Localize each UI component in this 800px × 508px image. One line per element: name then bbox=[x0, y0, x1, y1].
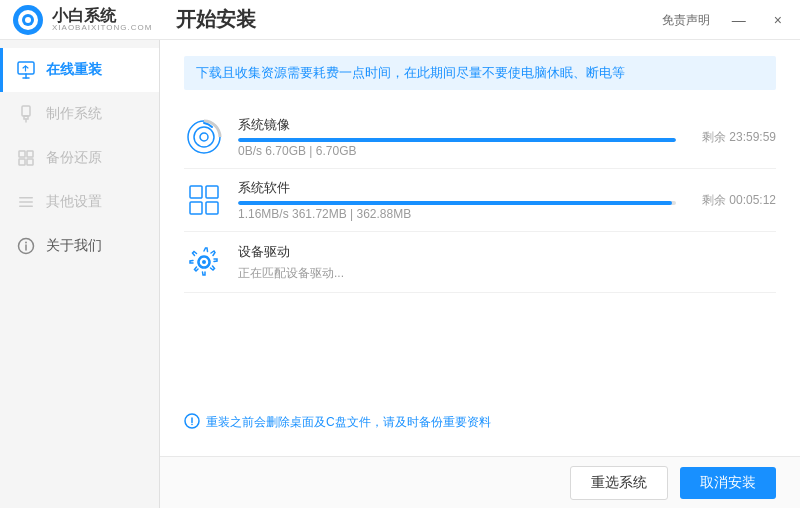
item-info-system-software: 系统软件 1.16MB/s 361.72MB | 362.88MB bbox=[238, 179, 676, 221]
close-button[interactable]: × bbox=[768, 8, 788, 32]
notice-text: 下载且收集资源需要耗费一点时间，在此期间尽量不要使电脑休眠、断电等 bbox=[196, 65, 625, 80]
warning-text: 重装之前会删除桌面及C盘文件，请及时备份重要资料 bbox=[206, 414, 491, 431]
item-name-system-software: 系统软件 bbox=[238, 179, 676, 197]
svg-rect-26 bbox=[206, 202, 218, 214]
sidebar-label-backup-restore: 备份还原 bbox=[46, 149, 102, 167]
sidebar: 在线重装 制作系统 备份还原 bbox=[0, 40, 160, 508]
disclaimer-button[interactable]: 免责声明 bbox=[662, 12, 710, 29]
svg-rect-14 bbox=[19, 197, 33, 199]
sidebar-item-about-us[interactable]: 关于我们 bbox=[0, 224, 159, 268]
logo-sub-text: XIAOBAIXITONG.COM bbox=[52, 24, 152, 32]
logo-text-block: 小白系统 XIAOBAIXITONG.COM bbox=[52, 8, 152, 32]
svg-point-22 bbox=[200, 133, 208, 141]
svg-rect-13 bbox=[27, 159, 33, 165]
sidebar-label-make-system: 制作系统 bbox=[46, 105, 102, 123]
svg-point-31 bbox=[191, 424, 193, 426]
notice-bar: 下载且收集资源需要耗费一点时间，在此期间尽量不要使电脑休眠、断电等 bbox=[184, 56, 776, 90]
info-icon bbox=[16, 236, 36, 256]
sidebar-item-other-settings: 其他设置 bbox=[0, 180, 159, 224]
logo-area: 小白系统 XIAOBAIXITONG.COM bbox=[12, 4, 152, 36]
main-layout: 在线重装 制作系统 备份还原 bbox=[0, 40, 800, 508]
bottom-bar: 重选系统 取消安装 bbox=[160, 456, 800, 508]
svg-point-28 bbox=[202, 260, 206, 264]
svg-point-21 bbox=[194, 127, 214, 147]
usb-icon bbox=[16, 104, 36, 124]
sidebar-label-other-settings: 其他设置 bbox=[46, 193, 102, 211]
sidebar-label-about-us: 关于我们 bbox=[46, 237, 102, 255]
titlebar-controls: 免责声明 — × bbox=[662, 0, 788, 40]
svg-rect-16 bbox=[19, 206, 33, 208]
sidebar-item-backup-restore: 备份还原 bbox=[0, 136, 159, 180]
grid-icon bbox=[184, 180, 224, 220]
svg-rect-24 bbox=[206, 186, 218, 198]
sidebar-item-make-system: 制作系统 bbox=[0, 92, 159, 136]
progress-row-system-image bbox=[238, 138, 676, 142]
svg-rect-15 bbox=[19, 201, 33, 203]
monitor-icon bbox=[16, 60, 36, 80]
logo-main-text: 小白系统 bbox=[52, 8, 152, 24]
svg-rect-25 bbox=[190, 202, 202, 214]
progress-bar-wrap-system-image bbox=[238, 138, 676, 142]
download-list: 系统镜像 0B/s 6.70GB | 6.70GB 剩余 23:59:59 bbox=[184, 106, 776, 405]
minimize-button[interactable]: — bbox=[726, 8, 752, 32]
content-panel: 下载且收集资源需要耗费一点时间，在此期间尽量不要使电脑休眠、断电等 bbox=[160, 40, 800, 456]
reselect-button[interactable]: 重选系统 bbox=[570, 466, 668, 500]
cancel-install-button[interactable]: 取消安装 bbox=[680, 467, 776, 499]
svg-rect-7 bbox=[22, 106, 30, 116]
logo-icon bbox=[12, 4, 44, 36]
svg-rect-23 bbox=[190, 186, 202, 198]
item-stats-system-software: 1.16MB/s 361.72MB | 362.88MB bbox=[238, 207, 676, 221]
sidebar-label-online-reinstall: 在线重装 bbox=[46, 61, 102, 79]
svg-rect-10 bbox=[19, 151, 25, 157]
content-area: 下载且收集资源需要耗费一点时间，在此期间尽量不要使电脑休眠、断电等 bbox=[160, 40, 800, 508]
svg-rect-11 bbox=[27, 151, 33, 157]
download-item-device-driver: 设备驱动 正在匹配设备驱动... bbox=[184, 232, 776, 293]
sidebar-item-online-reinstall[interactable]: 在线重装 bbox=[0, 48, 159, 92]
item-remaining-system-software: 剩余 00:05:12 bbox=[690, 192, 776, 209]
item-name-device-driver: 设备驱动 bbox=[238, 243, 776, 261]
titlebar: 小白系统 XIAOBAIXITONG.COM 开始安装 免责声明 — × bbox=[0, 0, 800, 40]
disk-icon bbox=[184, 117, 224, 157]
page-title: 开始安装 bbox=[176, 6, 256, 33]
progress-bar-fill-system-image bbox=[238, 138, 676, 142]
item-remaining-system-image: 剩余 23:59:59 bbox=[690, 129, 776, 146]
item-stats-system-image: 0B/s 6.70GB | 6.70GB bbox=[238, 144, 676, 158]
item-name-system-image: 系统镜像 bbox=[238, 116, 676, 134]
progress-row-system-software bbox=[238, 201, 676, 205]
warning-icon bbox=[184, 413, 200, 432]
svg-point-3 bbox=[25, 17, 31, 23]
progress-bar-fill-system-software bbox=[238, 201, 672, 205]
download-item-system-software: 系统软件 1.16MB/s 361.72MB | 362.88MB 剩余 00:… bbox=[184, 169, 776, 232]
item-info-system-image: 系统镜像 0B/s 6.70GB | 6.70GB bbox=[238, 116, 676, 158]
item-info-device-driver: 设备驱动 正在匹配设备驱动... bbox=[238, 243, 776, 282]
gear2-icon bbox=[184, 242, 224, 282]
settings-icon bbox=[16, 192, 36, 212]
svg-point-19 bbox=[25, 242, 27, 244]
progress-bar-wrap-system-software bbox=[238, 201, 676, 205]
bottom-warning: 重装之前会删除桌面及C盘文件，请及时备份重要资料 bbox=[184, 405, 776, 440]
item-stats-device-driver: 正在匹配设备驱动... bbox=[238, 265, 776, 282]
download-item-system-image: 系统镜像 0B/s 6.70GB | 6.70GB 剩余 23:59:59 bbox=[184, 106, 776, 169]
svg-rect-12 bbox=[19, 159, 25, 165]
backup-icon bbox=[16, 148, 36, 168]
